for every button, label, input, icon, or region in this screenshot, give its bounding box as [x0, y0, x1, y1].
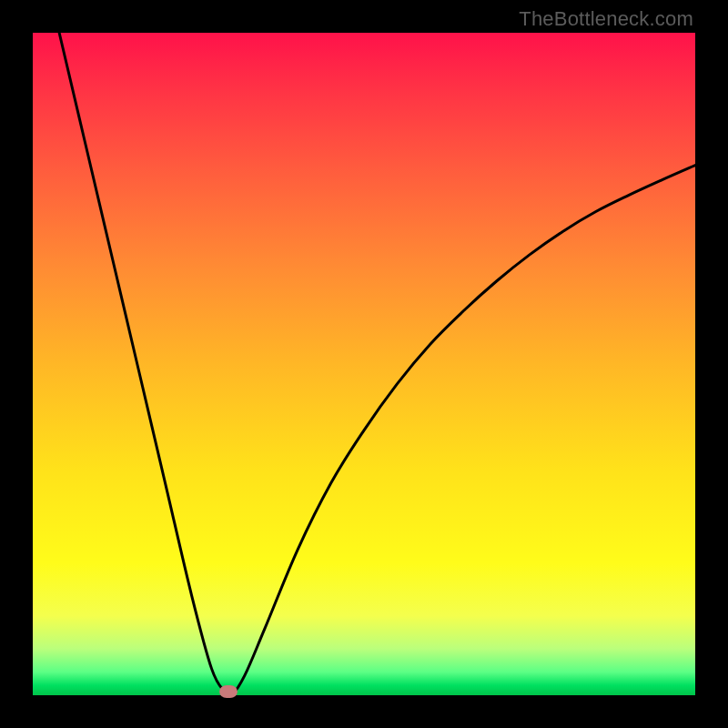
minimum-marker	[219, 685, 238, 698]
plot-area	[33, 33, 695, 695]
watermark-text: TheBottleneck.com	[519, 7, 693, 31]
curve-svg	[33, 33, 695, 695]
chart-frame: TheBottleneck.com	[0, 0, 728, 728]
bottleneck-curve	[59, 33, 695, 697]
